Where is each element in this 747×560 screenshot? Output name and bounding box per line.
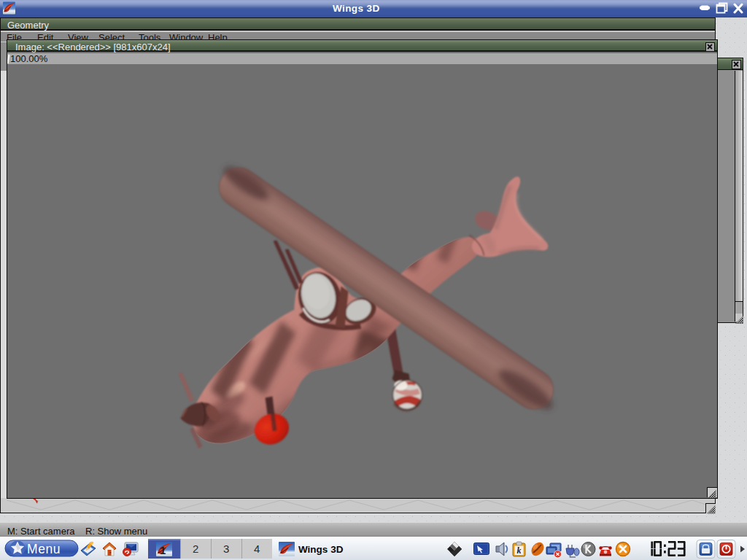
svg-text:4: 4 [254, 542, 260, 555]
svg-text:Wings 3D: Wings 3D [298, 544, 344, 555]
svg-text:3: 3 [223, 542, 229, 555]
svg-text:2: 2 [193, 542, 198, 555]
svg-text:k: k [517, 545, 522, 556]
svg-text:Menu: Menu [27, 542, 61, 556]
svg-text:1: 1 [160, 544, 166, 556]
